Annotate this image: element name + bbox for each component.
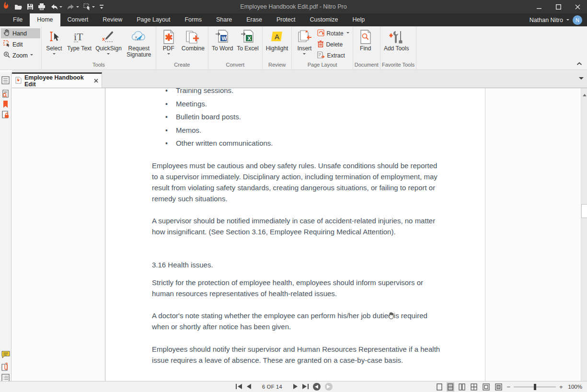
page-number-field[interactable]: 6 OF 14: [262, 384, 282, 390]
insert-dropdown-caret[interactable]: [303, 53, 306, 56]
find-button[interactable]: Find: [355, 27, 377, 61]
paragraph: A supervisor should be notified immediat…: [152, 215, 441, 237]
redo-button[interactable]: [67, 4, 79, 10]
zoom-slider-handle[interactable]: [534, 384, 536, 390]
close-button[interactable]: [568, 0, 587, 13]
group-label-page-layout: Page Layout: [293, 61, 351, 69]
extract-button[interactable]: Extract: [317, 51, 349, 60]
menu-protect[interactable]: Protect: [269, 13, 303, 26]
menu-review[interactable]: Review: [95, 13, 129, 26]
menu-customize[interactable]: Customize: [303, 13, 345, 26]
tab-list-dropdown-icon[interactable]: [579, 77, 584, 82]
ribbon-group-convert: W To Word X To Excel Convert: [208, 26, 263, 69]
facing-continuous-view-button[interactable]: [470, 382, 478, 392]
single-page-view-button[interactable]: [436, 382, 443, 392]
security-panel-icon[interactable]: [1, 111, 10, 121]
collapse-ribbon-button[interactable]: [576, 59, 582, 68]
next-view-button[interactable]: [325, 383, 333, 391]
redo-dropdown-caret[interactable]: [76, 6, 79, 9]
rotate-dropdown-caret[interactable]: [346, 32, 349, 35]
quicksign-button[interactable]: x QuickSign: [93, 27, 124, 61]
menu-share[interactable]: Share: [209, 13, 239, 26]
undo-dropdown-caret[interactable]: [59, 6, 62, 9]
document-tab[interactable]: Employee Handbook Edit: [12, 72, 102, 88]
fit-width-view-button[interactable]: [494, 382, 503, 392]
print-button[interactable]: [38, 3, 46, 10]
hand-cursor-icon: [388, 312, 395, 322]
svg-text:W: W: [222, 35, 227, 41]
select-tool-button[interactable]: [83, 3, 95, 11]
list-item: Meetings.: [165, 100, 273, 113]
user-account-menu[interactable]: Nathan Nitro N: [529, 15, 587, 25]
add-tools-button[interactable]: Add Tools: [382, 27, 411, 61]
scroll-up-icon[interactable]: [583, 90, 587, 99]
add-tools-label: Add Tools: [384, 46, 409, 52]
continuous-view-button[interactable]: [447, 382, 454, 392]
menu-home[interactable]: Home: [30, 13, 60, 26]
pdf-button[interactable]: ✱ PDF: [158, 27, 180, 61]
to-word-button[interactable]: W To Word: [210, 27, 235, 61]
bookmarks-panel-icon[interactable]: [1, 100, 10, 110]
menu-page-layout[interactable]: Page Layout: [129, 13, 177, 26]
paragraph: Employees should notify their supervisor…: [152, 344, 441, 366]
select-button[interactable]: Select: [43, 27, 65, 61]
svg-text:✱: ✱: [165, 32, 173, 43]
request-signature-button[interactable]: x Request Signature: [124, 27, 154, 61]
pdf-page[interactable]: Training sessions. Meetings. Bulletin bo…: [105, 88, 485, 381]
pdf-dropdown-caret[interactable]: [167, 53, 170, 56]
delete-button[interactable]: Delete: [317, 40, 349, 49]
zoom-tool-button[interactable]: Zoom: [1, 50, 40, 60]
type-text-button[interactable]: iT Type Text: [65, 27, 93, 61]
undo-button[interactable]: [50, 4, 62, 10]
minimize-button[interactable]: [529, 0, 549, 13]
menu-bar: File Home Convert Review Page Layout For…: [0, 13, 587, 26]
last-page-button[interactable]: [302, 382, 309, 391]
menu-help[interactable]: Help: [345, 13, 372, 26]
avatar[interactable]: N: [573, 15, 582, 25]
status-bar: 6 OF 14 − + 100%: [0, 381, 587, 392]
first-page-button[interactable]: [236, 382, 242, 391]
to-excel-button[interactable]: X To Excel: [235, 27, 260, 61]
open-file-button[interactable]: [14, 4, 23, 10]
quicksign-dropdown-caret[interactable]: [107, 53, 110, 56]
previous-view-button[interactable]: [313, 383, 321, 391]
facing-view-button[interactable]: [458, 382, 466, 392]
menu-file[interactable]: File: [6, 13, 30, 26]
zoom-dropdown-caret[interactable]: [30, 54, 33, 57]
fit-page-view-button[interactable]: [482, 382, 491, 392]
extract-icon: [317, 51, 325, 60]
document-viewport[interactable]: Training sessions. Meetings. Bulletin bo…: [105, 88, 581, 381]
maximize-button[interactable]: [549, 0, 568, 13]
section-heading: 3.16 Health issues.: [152, 259, 441, 270]
pages-panel-icon[interactable]: [1, 76, 10, 86]
menu-convert[interactable]: Convert: [60, 13, 96, 26]
zoom-out-button[interactable]: −: [506, 383, 510, 391]
zoom-slider[interactable]: [514, 387, 556, 387]
search-panel-icon[interactable]: [1, 90, 10, 100]
comments-panel-icon[interactable]: [1, 351, 11, 361]
hand-tool-button[interactable]: Hand: [1, 28, 40, 38]
menu-erase[interactable]: Erase: [239, 13, 269, 26]
highlight-button[interactable]: A Highlight: [264, 27, 290, 61]
save-button[interactable]: [27, 3, 34, 10]
select-tool-dropdown-caret[interactable]: [92, 6, 95, 9]
combine-button[interactable]: Combine: [180, 27, 207, 61]
svg-text:iT: iT: [74, 31, 83, 43]
document-workspace: Training sessions. Meetings. Bulletin bo…: [12, 88, 587, 381]
rotate-button[interactable]: Rotate: [317, 29, 349, 38]
attachments-panel-icon[interactable]: [1, 362, 10, 373]
menu-forms[interactable]: Forms: [177, 13, 208, 26]
previous-page-button[interactable]: [246, 382, 251, 391]
insert-button[interactable]: Insert: [293, 27, 315, 61]
edit-tool-button[interactable]: Edit: [1, 39, 40, 49]
paragraph: Employees must be cautious and obey safe…: [152, 160, 441, 204]
next-page-button[interactable]: [293, 382, 298, 391]
to-word-icon: W: [215, 28, 230, 46]
edit-icon: [3, 40, 10, 48]
tab-close-icon[interactable]: [94, 79, 98, 83]
zoom-in-button[interactable]: +: [559, 383, 563, 391]
scrollbar-thumb[interactable]: [581, 204, 587, 218]
vertical-scrollbar[interactable]: [581, 88, 587, 381]
customize-toolbar-button[interactable]: [99, 4, 104, 10]
select-dropdown-caret[interactable]: [53, 53, 56, 56]
